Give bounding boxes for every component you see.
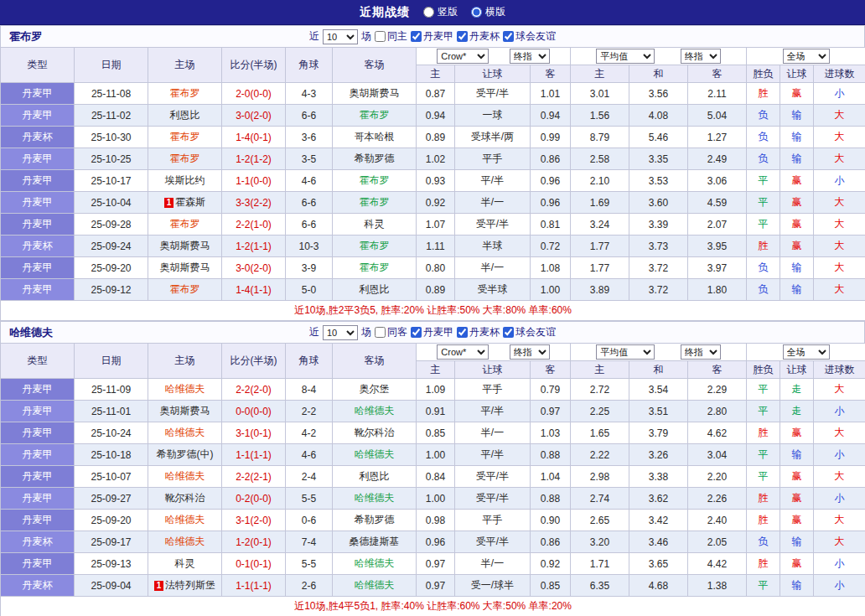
same-venue-checkbox[interactable] (375, 327, 386, 338)
match-score[interactable]: 1-4(1-1) (222, 279, 286, 301)
match-score[interactable]: 1-2(0-1) (222, 531, 286, 553)
friendly-filter[interactable]: 球会友谊 (503, 29, 556, 44)
home-team[interactable]: 霍布罗 (148, 83, 222, 105)
league-checkbox[interactable] (411, 327, 422, 338)
away-team[interactable]: 哈维德夫 (333, 553, 417, 575)
vertical-layout-radio[interactable] (423, 7, 434, 18)
layout-option-horizontal[interactable]: 横版 (471, 5, 505, 19)
away-team[interactable]: 哥本哈根 (333, 127, 417, 148)
same-venue-checkbox[interactable] (375, 31, 386, 42)
home-team[interactable]: 科灵 (148, 553, 222, 575)
match-score[interactable]: 1-1(0-0) (222, 170, 286, 192)
home-team[interactable]: 靴尔科治 (148, 488, 222, 510)
home-team[interactable]: 哈维德夫 (148, 510, 222, 531)
match-score[interactable]: 1-1(1-1) (222, 444, 286, 466)
away-team[interactable]: 哈维德夫 (333, 488, 417, 510)
home-team[interactable]: 奥胡斯费马 (148, 236, 222, 257)
match-score[interactable]: 3-1(0-1) (222, 422, 286, 444)
home-team[interactable]: 哈维德夫 (148, 531, 222, 553)
away-team[interactable]: 科灵 (333, 214, 417, 236)
friendly-checkbox[interactable] (503, 31, 514, 42)
away-team[interactable]: 霍布罗 (333, 105, 417, 127)
match-score[interactable]: 2-2(2-0) (222, 379, 286, 401)
match-score[interactable]: 2-0(0-0) (222, 83, 286, 105)
match-score[interactable]: 1-4(0-1) (222, 127, 286, 148)
cup-filter[interactable]: 丹麦杯 (457, 29, 500, 44)
home-team[interactable]: 霍布罗 (148, 127, 222, 148)
away-team[interactable]: 希勒罗德 (333, 510, 417, 531)
away-team[interactable]: 希勒罗德 (333, 148, 417, 170)
bookmaker-select[interactable]: Crow* (437, 344, 489, 360)
cup-checkbox[interactable] (457, 327, 468, 338)
home-team[interactable]: 希勒罗德(中) (148, 444, 222, 466)
away-team[interactable]: 奥胡斯费马 (333, 83, 417, 105)
league-filter[interactable]: 丹麦甲 (411, 325, 453, 339)
match-score[interactable]: 3-0(2-0) (222, 105, 286, 127)
result-goals: 小 (814, 170, 865, 192)
cup-filter[interactable]: 丹麦杯 (457, 325, 500, 339)
layout-option-vertical[interactable]: 竖版 (423, 5, 458, 19)
away-team[interactable]: 霍布罗 (333, 192, 417, 214)
euro-index-select[interactable]: 终指 (681, 344, 721, 360)
match-count-select[interactable]: 10 (323, 29, 358, 44)
bookmaker-select[interactable]: Crow* (437, 49, 489, 64)
home-team[interactable]: 哈维德夫 (148, 466, 222, 488)
away-team[interactable]: 霍布罗 (333, 236, 417, 257)
match-score[interactable]: 2-2(1-0) (222, 214, 286, 236)
home-team[interactable]: 哈维德夫 (148, 422, 222, 444)
away-team[interactable]: 利恩比 (333, 466, 417, 488)
away-team[interactable]: 哈维德夫 (333, 401, 417, 422)
away-team[interactable]: 哈维德夫 (333, 575, 417, 597)
asian-index-select[interactable]: 终指 (510, 49, 550, 64)
scope-select[interactable]: 全场 (783, 344, 830, 360)
match-score[interactable]: 1-1(1-1) (222, 575, 286, 597)
home-team-label: 靴尔科治 (165, 492, 205, 504)
home-team[interactable]: 霍布罗 (148, 279, 222, 301)
away-team[interactable]: 靴尔科治 (333, 422, 417, 444)
match-score[interactable]: 2-2(2-1) (222, 466, 286, 488)
same-venue-filter[interactable]: 同主 (375, 29, 407, 44)
home-team[interactable]: 霍布罗 (148, 214, 222, 236)
match-date: 25-11-08 (75, 83, 148, 105)
home-team[interactable]: 1法特列斯堡 (148, 575, 222, 597)
match-score[interactable]: 0-0(0-0) (222, 401, 286, 422)
match-score[interactable]: 0-1(0-1) (222, 553, 286, 575)
away-team[interactable]: 利恩比 (333, 279, 417, 301)
result-handicap: 赢 (780, 236, 814, 257)
scope-controls: 全场 (747, 344, 865, 361)
away-team[interactable]: 奥尔堡 (333, 379, 417, 401)
home-team[interactable]: 奥胡斯费马 (148, 257, 222, 279)
friendly-filter[interactable]: 球会友谊 (503, 325, 556, 339)
euro-source-select[interactable]: 平均值 (596, 49, 655, 64)
away-team[interactable]: 哈维德夫 (333, 444, 417, 466)
match-count-select[interactable]: 10 (323, 325, 358, 340)
asian-handicap-line: 平手 (455, 379, 531, 401)
scope-select[interactable]: 全场 (783, 49, 830, 64)
asian-away-odds: 1.08 (531, 257, 571, 279)
home-team[interactable]: 哈维德夫 (148, 379, 222, 401)
match-score[interactable]: 3-3(2-2) (222, 192, 286, 214)
horizontal-layout-radio[interactable] (471, 7, 482, 18)
home-team[interactable]: 利恩比 (148, 105, 222, 127)
home-team[interactable]: 埃斯比约 (148, 170, 222, 192)
away-team[interactable]: 霍布罗 (333, 170, 417, 192)
away-team[interactable]: 桑德捷斯基 (333, 531, 417, 553)
home-team[interactable]: 霍布罗 (148, 148, 222, 170)
asian-away-odds: 0.79 (531, 379, 571, 401)
same-venue-filter[interactable]: 同客 (375, 325, 407, 339)
euro-index-select[interactable]: 终指 (681, 49, 721, 64)
euro-source-select[interactable]: 平均值 (596, 344, 655, 360)
home-team[interactable]: 奥胡斯费马 (148, 401, 222, 422)
home-team[interactable]: 1霍森斯 (148, 192, 222, 214)
match-score[interactable]: 0-2(0-0) (222, 488, 286, 510)
match-score[interactable]: 3-0(2-0) (222, 257, 286, 279)
league-checkbox[interactable] (411, 31, 422, 42)
match-score[interactable]: 3-1(2-0) (222, 510, 286, 531)
cup-checkbox[interactable] (457, 31, 468, 42)
match-score[interactable]: 1-2(1-2) (222, 148, 286, 170)
league-filter[interactable]: 丹麦甲 (411, 29, 453, 44)
friendly-checkbox[interactable] (503, 327, 514, 338)
match-score[interactable]: 1-2(1-1) (222, 236, 286, 257)
away-team[interactable]: 霍布罗 (333, 257, 417, 279)
asian-index-select[interactable]: 终指 (510, 344, 550, 360)
